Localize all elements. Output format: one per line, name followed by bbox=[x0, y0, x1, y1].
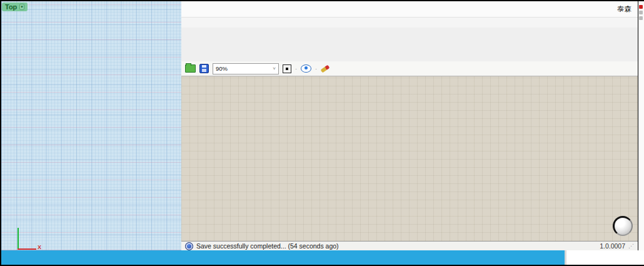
y-axis-line bbox=[18, 228, 19, 249]
x-axis-label: X bbox=[38, 244, 41, 250]
sketch-pencil-icon[interactable] bbox=[321, 64, 330, 73]
gh-canvas[interactable] bbox=[181, 76, 638, 241]
rhino-viewport[interactable]: Top ▾ X bbox=[1, 1, 181, 250]
window-title: 泰森 bbox=[617, 4, 631, 14]
wires-layer bbox=[181, 76, 638, 241]
screen: Top ▾ X 泰森 90% ˅ · · bbox=[0, 0, 644, 266]
bottom-blue-band bbox=[1, 250, 565, 265]
zoom-select[interactable]: 90% ˅ bbox=[213, 63, 279, 74]
edge-gray-icon[interactable] bbox=[639, 16, 643, 20]
bottom-white-band bbox=[566, 250, 644, 265]
canvas-toolbar: 90% ˅ · · bbox=[181, 61, 638, 76]
resize-grip[interactable]: ⋰ bbox=[628, 243, 634, 249]
preview-eye-icon[interactable] bbox=[301, 64, 311, 73]
chevron-down-icon: ˅ bbox=[273, 66, 276, 71]
dot-separator: · bbox=[315, 66, 317, 72]
menubar: 泰森 bbox=[181, 1, 638, 18]
notification-icon bbox=[185, 242, 193, 250]
viewport-title-label: Top bbox=[5, 3, 17, 11]
edge-gray-icon[interactable] bbox=[639, 11, 643, 14]
open-file-icon[interactable] bbox=[185, 64, 196, 73]
navigation-ball[interactable] bbox=[613, 216, 633, 236]
dot-separator: · bbox=[295, 66, 297, 72]
status-message: Save successfully completed... (54 secon… bbox=[196, 242, 339, 250]
chevron-down-icon[interactable]: ▾ bbox=[19, 4, 24, 10]
zoom-extents-icon[interactable] bbox=[283, 64, 291, 73]
x-axis-line bbox=[18, 248, 36, 250]
viewport-title[interactable]: Top ▾ bbox=[2, 3, 28, 11]
zoom-value: 90% bbox=[216, 65, 228, 72]
right-edge-strip bbox=[638, 1, 644, 250]
edge-red-icon[interactable] bbox=[639, 5, 643, 9]
statusbar: Save successfully completed... (54 secon… bbox=[181, 241, 638, 250]
version-label: 1.0.0007 bbox=[600, 242, 625, 250]
shortcut-strip bbox=[181, 18, 638, 28]
axis-widget: X bbox=[14, 228, 51, 250]
viewport-canvas[interactable] bbox=[1, 1, 181, 250]
component-panel bbox=[181, 28, 638, 62]
save-file-icon[interactable] bbox=[199, 64, 209, 73]
grasshopper-window: 泰森 90% ˅ · · Save successfully completed… bbox=[181, 1, 638, 250]
